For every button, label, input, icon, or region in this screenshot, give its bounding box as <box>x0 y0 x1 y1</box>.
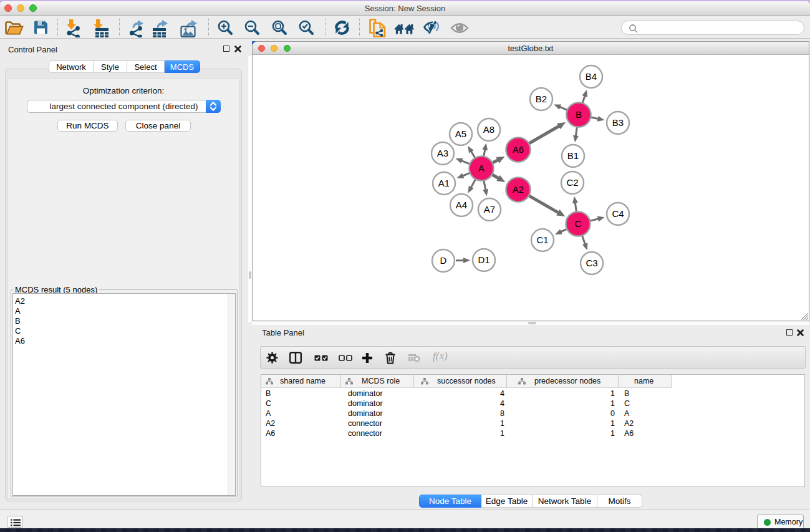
svg-text:A6: A6 <box>513 144 524 155</box>
svg-text:A1: A1 <box>438 178 450 188</box>
svg-text:B: B <box>576 109 582 120</box>
svg-text:D: D <box>440 255 447 266</box>
svg-text:C2: C2 <box>566 177 578 188</box>
svg-text:C: C <box>575 218 582 229</box>
svg-text:A5: A5 <box>455 128 466 139</box>
svg-text:C1: C1 <box>536 235 548 245</box>
svg-text:B3: B3 <box>612 117 624 128</box>
svg-text:C4: C4 <box>612 208 624 219</box>
svg-text:A3: A3 <box>437 148 448 158</box>
svg-text:A: A <box>478 163 485 173</box>
svg-text:D1: D1 <box>478 254 489 265</box>
svg-text:A4: A4 <box>456 200 467 210</box>
svg-text:C3: C3 <box>586 258 597 268</box>
svg-text:B4: B4 <box>586 71 597 82</box>
svg-text:A2: A2 <box>513 184 524 195</box>
svg-text:A7: A7 <box>484 204 495 215</box>
svg-text:A8: A8 <box>483 124 494 135</box>
svg-text:B2: B2 <box>536 94 547 104</box>
svg-text:B1: B1 <box>567 150 579 161</box>
